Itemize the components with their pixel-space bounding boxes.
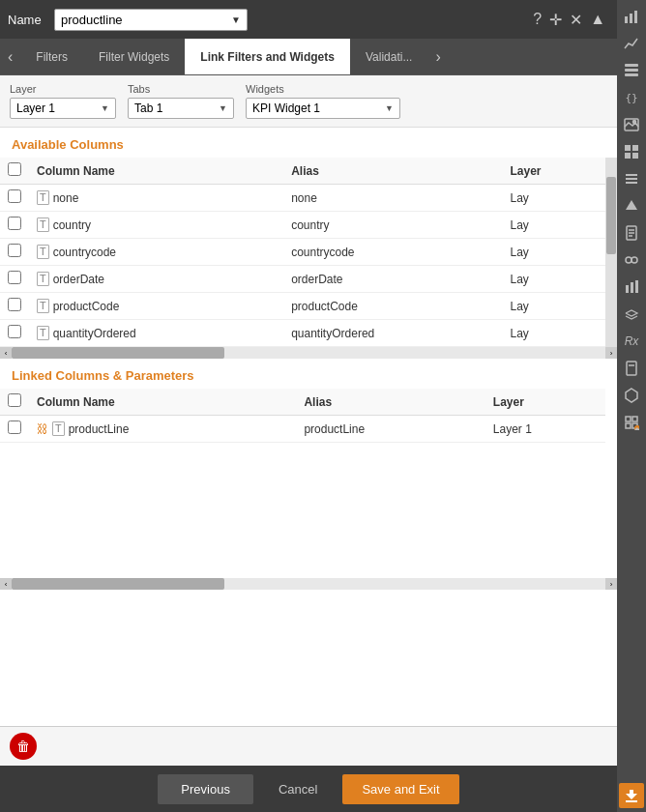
sidebar-icon-image[interactable] bbox=[619, 112, 644, 137]
svg-rect-5 bbox=[625, 73, 638, 76]
collapse-icon[interactable]: ▲ bbox=[590, 11, 605, 29]
layer-label: Layer bbox=[10, 83, 116, 95]
available-vscrollbar[interactable] bbox=[605, 158, 617, 347]
sidebar-icon-grid2[interactable]: + bbox=[619, 410, 644, 435]
available-checkbox-2[interactable] bbox=[8, 244, 21, 257]
hscroll-right-btn[interactable]: › bbox=[605, 347, 617, 359]
bottom-hscroll-right-btn[interactable]: › bbox=[605, 578, 617, 590]
name-dropdown[interactable]: productline ▼ bbox=[54, 9, 248, 31]
available-col-alias-header: Alias bbox=[283, 158, 502, 185]
available-row-check[interactable] bbox=[0, 185, 29, 212]
col-type-icon: T bbox=[37, 272, 49, 286]
tab-validati[interactable]: Validati... bbox=[350, 39, 427, 74]
delete-button[interactable]: 🗑 bbox=[10, 733, 37, 760]
layer-select[interactable]: Layer 1 ▼ bbox=[10, 98, 116, 119]
svg-rect-4 bbox=[625, 69, 638, 72]
sidebar-icon-link[interactable] bbox=[619, 247, 644, 273]
sidebar-icon-doc[interactable] bbox=[619, 220, 644, 246]
linked-col-name-value: productLine bbox=[69, 422, 130, 436]
select-all-available[interactable] bbox=[8, 162, 21, 176]
available-row-check[interactable] bbox=[0, 320, 29, 347]
svg-rect-25 bbox=[635, 280, 638, 293]
tab-filters[interactable]: Filters bbox=[20, 39, 83, 74]
sidebar-icon-download[interactable] bbox=[619, 783, 644, 808]
linked-checkbox-0[interactable] bbox=[8, 420, 21, 434]
sidebar-icon-lines[interactable] bbox=[619, 166, 644, 191]
svg-rect-23 bbox=[626, 285, 629, 293]
available-row-check[interactable] bbox=[0, 266, 29, 293]
available-columns-table: Column Name Alias Layer T none bbox=[0, 158, 605, 347]
available-col-name: T orderDate bbox=[29, 266, 283, 293]
hscroll-left-btn[interactable]: ‹ bbox=[0, 347, 12, 359]
available-checkbox-1[interactable] bbox=[8, 217, 21, 230]
previous-button[interactable]: Previous bbox=[158, 774, 253, 804]
move-icon[interactable]: ✛ bbox=[549, 11, 562, 29]
available-col-name-value: none bbox=[53, 191, 79, 205]
linked-columns-table: Column Name Alias Layer ⛓ T pr bbox=[0, 389, 605, 443]
col-type-icon: T bbox=[37, 299, 49, 313]
available-col-alias: none bbox=[283, 185, 502, 212]
sidebar-icon-page[interactable] bbox=[619, 356, 644, 381]
select-all-linked[interactable] bbox=[8, 393, 21, 407]
sidebar-icon-linechart[interactable] bbox=[619, 31, 644, 56]
bottom-hscroll-left-btn[interactable]: ‹ bbox=[0, 578, 12, 590]
help-icon[interactable]: ? bbox=[533, 11, 542, 29]
available-checkbox-5[interactable] bbox=[8, 325, 21, 338]
main-container: Name productline ▼ ? ✛ ✕ ▲ ‹ Filters Fil… bbox=[0, 0, 646, 812]
available-row: T none none Lay bbox=[0, 185, 605, 212]
svg-rect-36 bbox=[626, 800, 637, 802]
sidebar-icon-layers[interactable] bbox=[619, 302, 644, 327]
tab-prev-button[interactable]: ‹ bbox=[0, 39, 20, 74]
available-hscroll-inner bbox=[12, 347, 605, 359]
sidebar-icon-chart[interactable] bbox=[619, 4, 644, 29]
svg-rect-8 bbox=[625, 145, 631, 151]
available-checkbox-0[interactable] bbox=[8, 189, 21, 203]
available-col-alias: orderDate bbox=[283, 266, 502, 293]
available-row-check[interactable] bbox=[0, 212, 29, 239]
sidebar-icon-up-arrow[interactable] bbox=[619, 193, 644, 218]
sidebar-icon-code[interactable]: {} bbox=[619, 85, 644, 110]
linked-columns-table-container: Column Name Alias Layer ⛓ T pr bbox=[0, 389, 617, 443]
layer-group: Layer Layer 1 ▼ bbox=[10, 83, 116, 119]
bottom-hscroll-inner bbox=[12, 578, 605, 590]
col-type-icon: T bbox=[37, 190, 49, 205]
linked-col-type-icon: T bbox=[52, 421, 65, 436]
linked-col-layer-header: Layer bbox=[485, 389, 605, 416]
available-col-layer-header: Layer bbox=[502, 158, 605, 185]
sidebar-icon-barchart2[interactable] bbox=[619, 275, 644, 300]
available-row-check[interactable] bbox=[0, 239, 29, 266]
tab-next-button[interactable]: › bbox=[427, 39, 448, 74]
close-icon[interactable]: ✕ bbox=[570, 11, 582, 29]
available-row-check[interactable] bbox=[0, 293, 29, 320]
sidebar-icon-grid[interactable] bbox=[619, 139, 644, 164]
available-col-name: T countrycode bbox=[29, 239, 283, 266]
available-col-check-header bbox=[0, 158, 29, 185]
available-col-alias: quantityOrdered bbox=[283, 320, 502, 347]
tab-link-filters[interactable]: Link Filters and Widgets bbox=[185, 39, 350, 74]
widgets-arrow: ▼ bbox=[385, 103, 394, 113]
sidebar-icon-rx[interactable]: Rx bbox=[619, 329, 644, 354]
header-bar: Name productline ▼ ? ✛ ✕ ▲ bbox=[0, 0, 617, 39]
available-row: T countrycode countrycode Lay bbox=[0, 239, 605, 266]
sidebar-icon-table[interactable] bbox=[619, 58, 644, 83]
delete-icon: 🗑 bbox=[16, 739, 30, 754]
tab-filter-widgets[interactable]: Filter Widgets bbox=[83, 39, 185, 74]
linked-columns-header: Column Name Alias Layer bbox=[0, 389, 605, 416]
cancel-button[interactable]: Cancel bbox=[263, 774, 333, 804]
linked-row-check[interactable] bbox=[0, 416, 29, 443]
linked-col-name-header: Column Name bbox=[29, 389, 296, 416]
widgets-select[interactable]: KPI Widget 1 ▼ bbox=[246, 98, 400, 119]
available-checkbox-4[interactable] bbox=[8, 298, 21, 311]
widgets-value: KPI Widget 1 bbox=[252, 102, 320, 115]
available-checkbox-3[interactable] bbox=[8, 271, 21, 284]
linked-row: ⛓ T productLine productLine Layer 1 bbox=[0, 416, 605, 443]
tabs-select[interactable]: Tab 1 ▼ bbox=[128, 98, 234, 119]
footer-bar: Previous Cancel Save and Exit bbox=[0, 766, 617, 812]
svg-rect-31 bbox=[626, 423, 631, 428]
save-exit-button[interactable]: Save and Exit bbox=[342, 774, 458, 804]
available-col-name-value: orderDate bbox=[53, 273, 104, 286]
svg-rect-2 bbox=[634, 11, 637, 23]
sidebar-icon-hex[interactable] bbox=[619, 383, 644, 408]
available-col-name-value: countrycode bbox=[53, 246, 116, 259]
available-columns-table-wrapper: Column Name Alias Layer T none bbox=[0, 158, 605, 347]
